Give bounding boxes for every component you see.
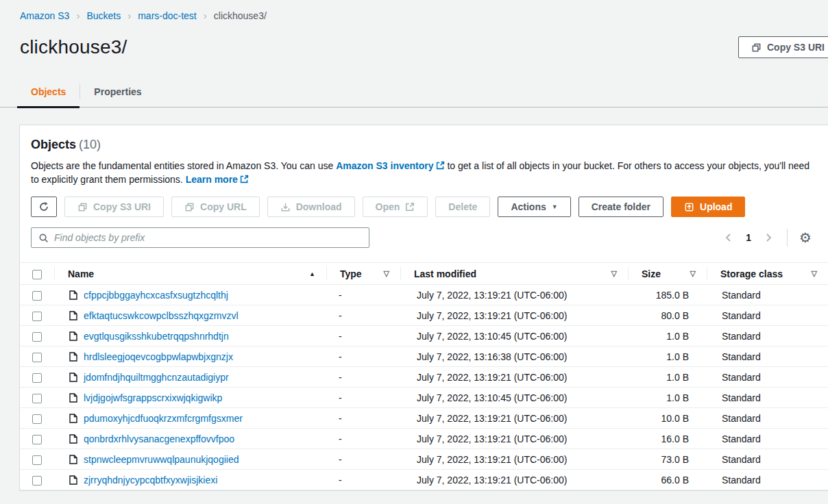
breadcrumb-buckets[interactable]: Buckets bbox=[86, 10, 121, 21]
sort-icon: ▽ bbox=[384, 269, 389, 278]
object-last-modified: July 7, 2022, 13:10:45 (UTC-06:00) bbox=[400, 388, 628, 408]
actions-dropdown-button[interactable]: Actions ▼ bbox=[498, 197, 570, 217]
copy-url-label: Copy URL bbox=[200, 201, 247, 212]
file-icon bbox=[69, 352, 77, 362]
preferences-gear-icon[interactable]: ⚙ bbox=[799, 231, 812, 244]
download-button[interactable]: Download bbox=[267, 197, 355, 217]
row-checkbox[interactable] bbox=[32, 332, 42, 342]
object-storage-class: Standard bbox=[707, 305, 828, 326]
file-icon bbox=[69, 331, 77, 341]
delete-label: Delete bbox=[448, 201, 477, 212]
file-icon bbox=[69, 475, 77, 485]
row-checkbox[interactable] bbox=[32, 476, 42, 486]
column-header-name[interactable]: Name▲ bbox=[54, 263, 326, 285]
table-row: qonbrdxrhlvysanacgenexpffovvfpoo - July … bbox=[20, 429, 828, 449]
search-input[interactable] bbox=[54, 232, 362, 243]
table-row: efktaqtucswkcowpclbsszhqxgzmvzvl - July … bbox=[20, 305, 828, 326]
objects-table: Name▲ Type▽ Last modified▽ Size▽ Storage… bbox=[20, 262, 828, 490]
column-header-last-modified[interactable]: Last modified▽ bbox=[400, 263, 628, 285]
column-name-label: Name bbox=[68, 268, 94, 279]
search-row: 1 ⚙ bbox=[20, 227, 828, 248]
object-storage-class: Standard bbox=[707, 429, 828, 449]
create-folder-button[interactable]: Create folder bbox=[579, 197, 663, 217]
object-type: - bbox=[326, 326, 400, 346]
object-type: - bbox=[326, 388, 400, 408]
download-icon bbox=[280, 202, 291, 212]
breadcrumb-current: clickhouse3/ bbox=[214, 10, 267, 21]
object-type: - bbox=[326, 429, 400, 449]
object-name-link[interactable]: qonbrdxrhlvysanacgenexpffovvfpoo bbox=[84, 433, 234, 444]
upload-button[interactable]: Upload bbox=[671, 197, 745, 217]
objects-toolbar: Copy S3 URI Copy URL Download Open Delet… bbox=[20, 197, 828, 217]
delete-button[interactable]: Delete bbox=[435, 197, 490, 217]
object-last-modified: July 7, 2022, 13:19:21 (UTC-06:00) bbox=[400, 408, 628, 429]
object-last-modified: July 7, 2022, 13:19:21 (UTC-06:00) bbox=[400, 367, 628, 388]
column-header-type[interactable]: Type▽ bbox=[326, 263, 400, 285]
column-header-storage-class[interactable]: Storage class▽ bbox=[707, 263, 828, 285]
file-icon bbox=[69, 455, 77, 464]
object-size: 1.0 B bbox=[628, 326, 707, 346]
object-type: - bbox=[326, 346, 400, 367]
object-last-modified: July 7, 2022, 13:19:21 (UTC-06:00) bbox=[400, 305, 628, 326]
amazon-s3-inventory-link[interactable]: Amazon S3 inventory bbox=[336, 160, 444, 171]
copy-s3-uri-header-button[interactable]: Copy S3 URI bbox=[738, 36, 828, 58]
column-type-label: Type bbox=[340, 268, 362, 279]
object-name-link[interactable]: efktaqtucswkcowpclbsszhqxgzmvzvl bbox=[84, 310, 239, 321]
page-number[interactable]: 1 bbox=[744, 232, 753, 243]
column-last-modified-label: Last modified bbox=[414, 268, 476, 279]
breadcrumb-amazon-s3[interactable]: Amazon S3 bbox=[20, 10, 69, 21]
object-size: 16.0 B bbox=[628, 429, 707, 449]
tab-properties[interactable]: Properties bbox=[80, 76, 155, 107]
object-name-link[interactable]: evgtlqusgiksshkubetrqqpshnrhdtjn bbox=[84, 331, 229, 342]
copy-s3-uri-button[interactable]: Copy S3 URI bbox=[64, 197, 164, 217]
copy-icon bbox=[751, 42, 762, 53]
select-all-checkbox[interactable] bbox=[32, 270, 42, 279]
object-type: - bbox=[326, 367, 400, 388]
table-row: evgtlqusgiksshkubetrqqpshnrhdtjn - July … bbox=[20, 326, 828, 346]
object-last-modified: July 7, 2022, 13:19:21 (UTC-06:00) bbox=[400, 285, 628, 305]
open-label: Open bbox=[376, 201, 400, 212]
object-type: - bbox=[326, 285, 400, 305]
external-link-icon bbox=[240, 175, 249, 184]
object-name-link[interactable]: jdomfndjhquiltmgghcnzautadigiypr bbox=[84, 372, 229, 383]
object-size: 10.0 B bbox=[628, 408, 707, 429]
object-storage-class: Standard bbox=[707, 326, 828, 346]
tab-properties-label: Properties bbox=[94, 86, 141, 97]
row-checkbox[interactable] bbox=[32, 291, 42, 301]
row-checkbox[interactable] bbox=[32, 455, 42, 465]
description-text: Objects are the fundamental entities sto… bbox=[31, 160, 336, 171]
table-header-row: Name▲ Type▽ Last modified▽ Size▽ Storage… bbox=[20, 263, 828, 285]
tab-bar: Objects Properties bbox=[0, 76, 828, 108]
objects-heading: Objects (10) bbox=[20, 138, 828, 152]
row-checkbox[interactable] bbox=[32, 435, 42, 444]
row-checkbox[interactable] bbox=[32, 373, 42, 383]
table-row: pdumoxyhjcdfuoqkrzxmfcrgmfgsxmer - July … bbox=[20, 408, 828, 429]
chevron-left-icon bbox=[723, 232, 734, 243]
next-page-button[interactable] bbox=[762, 231, 775, 244]
object-name-link[interactable]: lvjdjgojwfsgrappscrxixwjqkigwikp bbox=[84, 392, 222, 403]
row-checkbox[interactable] bbox=[32, 414, 42, 424]
object-name-link[interactable]: stpnwcleepmvruwwqlpaunukjqogiied bbox=[84, 454, 239, 465]
column-header-size[interactable]: Size▽ bbox=[628, 263, 707, 285]
copy-icon bbox=[77, 202, 88, 212]
row-checkbox[interactable] bbox=[32, 312, 42, 321]
object-name-link[interactable]: hrdlsleegjoqevcogbpwlapwbjxgnzjx bbox=[84, 351, 233, 362]
object-name-link[interactable]: zjrryqhdnjycypcqbtfxyxwjisjkiexi bbox=[84, 475, 217, 486]
copy-s3-uri-label: Copy S3 URI bbox=[93, 201, 151, 212]
page-header: clickhouse3/ Copy S3 URI bbox=[0, 33, 828, 62]
row-checkbox[interactable] bbox=[32, 353, 42, 362]
tab-objects[interactable]: Objects bbox=[17, 76, 80, 107]
object-storage-class: Standard bbox=[707, 367, 828, 388]
copy-url-button[interactable]: Copy URL bbox=[171, 197, 260, 217]
refresh-button[interactable] bbox=[31, 197, 57, 217]
open-button[interactable]: Open bbox=[363, 197, 428, 217]
table-row: hrdlsleegjoqevcogbpwlapwbjxgnzjx - July … bbox=[20, 346, 828, 367]
breadcrumb: Amazon S3 › Buckets › mars-doc-test › cl… bbox=[0, 0, 828, 21]
learn-more-link[interactable]: Learn more bbox=[186, 174, 249, 185]
breadcrumb-bucket[interactable]: mars-doc-test bbox=[138, 10, 197, 21]
object-name-link[interactable]: cfppcjbbggayhcxcasfxsugtzhcqlthj bbox=[84, 290, 228, 301]
row-checkbox[interactable] bbox=[32, 394, 42, 403]
object-name-link[interactable]: pdumoxyhjcdfuoqkrzxmfcrgmfgsxmer bbox=[84, 413, 243, 424]
previous-page-button[interactable] bbox=[722, 231, 735, 244]
objects-count: (10) bbox=[79, 138, 101, 151]
